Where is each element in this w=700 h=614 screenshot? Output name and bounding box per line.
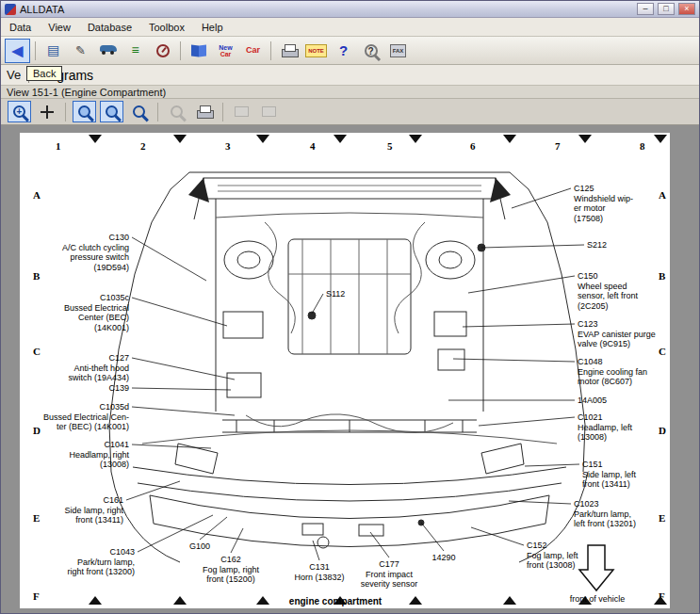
zoom-dynamic-button[interactable] xyxy=(100,101,123,122)
callout-text: A/C clutch cycling xyxy=(62,243,129,253)
frame-next-button[interactable] xyxy=(257,101,281,122)
nav-row: Ve Diagrams xyxy=(1,65,699,86)
new-car-button[interactable]: NewCar xyxy=(213,39,238,63)
frame-prev-button[interactable] xyxy=(230,101,253,122)
callout-text: (13008) xyxy=(69,460,129,470)
callout-text: Side lamp, right xyxy=(64,506,123,516)
car-blue-icon xyxy=(100,45,117,56)
fax-button[interactable]: FAX xyxy=(385,39,411,63)
estimate-button[interactable]: ✎ xyxy=(68,39,93,63)
callout-text: left front (13201) xyxy=(574,519,636,529)
codes-button[interactable]: ≡ xyxy=(122,39,148,63)
back-button[interactable]: ◀ xyxy=(5,39,30,63)
icon-label: Car xyxy=(246,46,260,55)
diagram-canvas[interactable]: engine compartment front of vehicle 1234… xyxy=(1,125,699,614)
callout-c150: C150Wheel speedsensor, left front(2C205) xyxy=(578,271,638,311)
callout-text: Bussed Electrical xyxy=(64,303,129,314)
grid-row-label: D xyxy=(33,425,41,436)
callout-text: right front (13200) xyxy=(67,567,135,577)
grid-row-label: A xyxy=(659,189,666,201)
callout-id: C1035d xyxy=(43,402,129,412)
callout-id: C123 xyxy=(578,319,656,330)
printer-icon xyxy=(282,44,297,57)
menu-item-data[interactable]: Data xyxy=(1,20,40,35)
window-title: ALLDATA xyxy=(20,4,633,15)
zoom-overview-button[interactable] xyxy=(165,101,188,122)
callout-c127: C127Anti-theft hoodswitch (19A434) xyxy=(68,353,129,383)
vehicle-data-button[interactable]: ▤ xyxy=(41,39,66,63)
callout-text: front (13411) xyxy=(64,515,123,525)
grid-column-label: 5 xyxy=(387,140,393,152)
car-red-button[interactable]: Car xyxy=(240,39,266,63)
grid-marker xyxy=(503,135,516,143)
gauge-button[interactable] xyxy=(150,39,175,63)
car-red-icon: Car xyxy=(246,46,260,55)
callout-text: switch (19A434) xyxy=(68,373,129,383)
callout-text: valve (9C915) xyxy=(578,339,656,349)
new-car-icon: NewCar xyxy=(219,44,232,57)
callout-c123: C123EVAP canister purgevalve (9C915) xyxy=(578,319,656,349)
callout-text: Side lamp, left xyxy=(582,470,636,480)
magnifier-plus-icon: + xyxy=(13,105,25,118)
icon-label: NOTE xyxy=(308,48,324,54)
app-icon xyxy=(5,4,16,15)
frame-icon xyxy=(262,106,276,117)
zoom-window-button[interactable] xyxy=(73,101,96,122)
menubar: DataViewDatabaseToolboxHelp xyxy=(1,18,699,37)
search-help-button[interactable]: ? xyxy=(358,39,383,63)
callout-id: C150 xyxy=(578,271,638,282)
callout-id: C152 xyxy=(527,541,578,551)
callout-c125: C125Windshield wip-er motor(17508) xyxy=(574,184,633,223)
callout-text: Wheel speed xyxy=(578,282,638,292)
left-pane-title: Ve xyxy=(7,68,21,82)
pan-button[interactable] xyxy=(35,101,58,122)
callout-id: C130 xyxy=(62,233,129,243)
callout-c1041: C1041Headlamp, right(13008) xyxy=(69,440,129,470)
printer-icon xyxy=(197,105,212,118)
callout-id: C162 xyxy=(203,555,259,565)
callout-text: (13008) xyxy=(578,432,632,443)
help-button[interactable]: ? xyxy=(331,39,356,63)
callout-text: Center (BEC) xyxy=(64,313,129,323)
menu-item-toolbox[interactable]: Toolbox xyxy=(140,20,193,35)
print-button[interactable] xyxy=(276,39,301,63)
callout-c1035d: C1035dBussed Electrical Cen-ter (BEC) (1… xyxy=(43,402,129,432)
callout-id: C139 xyxy=(108,383,129,394)
grid-marker xyxy=(256,596,269,605)
gauge-icon xyxy=(156,44,170,57)
pan-icon xyxy=(41,105,54,119)
grid-marker xyxy=(654,135,667,143)
callout-g100: G100 xyxy=(189,541,210,552)
callout-text: EVAP canister purge xyxy=(578,330,656,340)
menu-item-view[interactable]: View xyxy=(40,20,79,35)
close-button[interactable]: × xyxy=(678,3,695,15)
magnifier-icon xyxy=(133,105,145,118)
menu-item-database[interactable]: Database xyxy=(79,20,140,35)
grid-column-label: 8 xyxy=(640,140,645,152)
zoom-out-button[interactable] xyxy=(127,101,151,122)
grid-marker xyxy=(409,596,422,605)
zoom-in-button[interactable]: + xyxy=(8,101,31,122)
callout-text: Fog lamp, right xyxy=(203,565,259,575)
grid-row-label: E xyxy=(33,512,40,524)
callout-id: C1035c xyxy=(64,293,129,303)
grid-column-label: 2 xyxy=(140,140,146,152)
grid-marker xyxy=(173,596,187,605)
callout-text: pressure switch xyxy=(62,252,129,263)
grid-row-label: D xyxy=(659,425,666,436)
callout-text: front (15200) xyxy=(203,574,259,585)
note-button[interactable]: NOTE xyxy=(303,39,329,63)
callout-c131: C131Horn (13832) xyxy=(294,562,344,582)
minimize-button[interactable]: – xyxy=(637,3,654,15)
callout-id: C1021 xyxy=(578,412,632,423)
menu-item-help[interactable]: Help xyxy=(193,20,232,35)
callout-id: C127 xyxy=(68,353,129,364)
grid-column-label: 4 xyxy=(310,140,316,152)
vehicle-button[interactable] xyxy=(95,39,121,63)
report-button[interactable] xyxy=(186,39,211,63)
callout-id: C151 xyxy=(582,460,636,470)
print-diagram-button[interactable] xyxy=(192,101,216,122)
maximize-button[interactable]: □ xyxy=(658,3,675,15)
magnifier-blue-icon xyxy=(78,105,90,118)
front-of-vehicle-label: front of vehicle xyxy=(570,594,626,604)
